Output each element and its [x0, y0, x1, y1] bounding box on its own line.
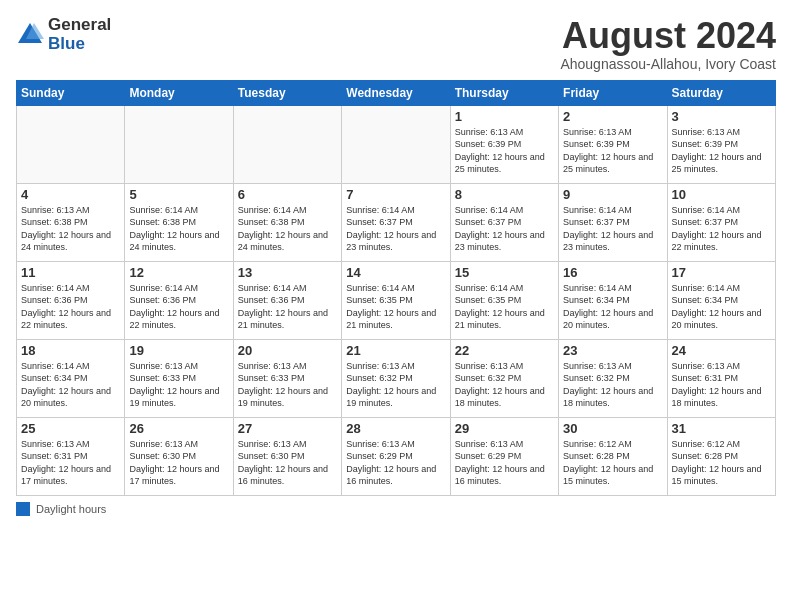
day-cell: 16Sunrise: 6:14 AMSunset: 6:34 PMDayligh…	[559, 261, 667, 339]
day-number: 4	[21, 187, 120, 202]
header-cell-wednesday: Wednesday	[342, 80, 450, 105]
day-cell: 1Sunrise: 6:13 AMSunset: 6:39 PMDaylight…	[450, 105, 558, 183]
day-info: Sunrise: 6:13 AMSunset: 6:30 PMDaylight:…	[129, 438, 228, 488]
day-cell: 3Sunrise: 6:13 AMSunset: 6:39 PMDaylight…	[667, 105, 775, 183]
day-number: 10	[672, 187, 771, 202]
day-cell: 17Sunrise: 6:14 AMSunset: 6:34 PMDayligh…	[667, 261, 775, 339]
day-number: 21	[346, 343, 445, 358]
day-cell: 22Sunrise: 6:13 AMSunset: 6:32 PMDayligh…	[450, 339, 558, 417]
day-info: Sunrise: 6:14 AMSunset: 6:35 PMDaylight:…	[346, 282, 445, 332]
day-number: 3	[672, 109, 771, 124]
location-subtitle: Ahougnassou-Allahou, Ivory Coast	[560, 56, 776, 72]
day-info: Sunrise: 6:13 AMSunset: 6:33 PMDaylight:…	[129, 360, 228, 410]
logo-icon	[16, 21, 44, 49]
day-cell: 18Sunrise: 6:14 AMSunset: 6:34 PMDayligh…	[17, 339, 125, 417]
day-cell: 25Sunrise: 6:13 AMSunset: 6:31 PMDayligh…	[17, 417, 125, 495]
day-cell: 20Sunrise: 6:13 AMSunset: 6:33 PMDayligh…	[233, 339, 341, 417]
month-year-title: August 2024	[560, 16, 776, 56]
header-cell-monday: Monday	[125, 80, 233, 105]
day-info: Sunrise: 6:14 AMSunset: 6:36 PMDaylight:…	[238, 282, 337, 332]
day-cell: 27Sunrise: 6:13 AMSunset: 6:30 PMDayligh…	[233, 417, 341, 495]
day-info: Sunrise: 6:13 AMSunset: 6:32 PMDaylight:…	[563, 360, 662, 410]
day-cell: 6Sunrise: 6:14 AMSunset: 6:38 PMDaylight…	[233, 183, 341, 261]
header-cell-friday: Friday	[559, 80, 667, 105]
day-number: 5	[129, 187, 228, 202]
day-cell: 19Sunrise: 6:13 AMSunset: 6:33 PMDayligh…	[125, 339, 233, 417]
day-number: 19	[129, 343, 228, 358]
day-cell: 30Sunrise: 6:12 AMSunset: 6:28 PMDayligh…	[559, 417, 667, 495]
calendar-table: SundayMondayTuesdayWednesdayThursdayFrid…	[16, 80, 776, 496]
day-cell: 10Sunrise: 6:14 AMSunset: 6:37 PMDayligh…	[667, 183, 775, 261]
day-cell: 23Sunrise: 6:13 AMSunset: 6:32 PMDayligh…	[559, 339, 667, 417]
title-block: August 2024 Ahougnassou-Allahou, Ivory C…	[560, 16, 776, 72]
day-info: Sunrise: 6:13 AMSunset: 6:38 PMDaylight:…	[21, 204, 120, 254]
day-cell: 7Sunrise: 6:14 AMSunset: 6:37 PMDaylight…	[342, 183, 450, 261]
day-info: Sunrise: 6:14 AMSunset: 6:37 PMDaylight:…	[672, 204, 771, 254]
day-number: 14	[346, 265, 445, 280]
day-cell: 26Sunrise: 6:13 AMSunset: 6:30 PMDayligh…	[125, 417, 233, 495]
week-row-2: 4Sunrise: 6:13 AMSunset: 6:38 PMDaylight…	[17, 183, 776, 261]
day-number: 27	[238, 421, 337, 436]
day-info: Sunrise: 6:14 AMSunset: 6:34 PMDaylight:…	[563, 282, 662, 332]
day-number: 12	[129, 265, 228, 280]
legend: Daylight hours	[16, 502, 776, 516]
day-number: 15	[455, 265, 554, 280]
day-number: 11	[21, 265, 120, 280]
legend-color-box	[16, 502, 30, 516]
day-number: 22	[455, 343, 554, 358]
logo-blue: Blue	[48, 35, 111, 54]
day-number: 23	[563, 343, 662, 358]
day-cell: 12Sunrise: 6:14 AMSunset: 6:36 PMDayligh…	[125, 261, 233, 339]
day-cell	[125, 105, 233, 183]
day-number: 7	[346, 187, 445, 202]
day-cell: 24Sunrise: 6:13 AMSunset: 6:31 PMDayligh…	[667, 339, 775, 417]
day-info: Sunrise: 6:14 AMSunset: 6:38 PMDaylight:…	[238, 204, 337, 254]
header-cell-tuesday: Tuesday	[233, 80, 341, 105]
day-info: Sunrise: 6:12 AMSunset: 6:28 PMDaylight:…	[672, 438, 771, 488]
day-cell	[233, 105, 341, 183]
day-info: Sunrise: 6:13 AMSunset: 6:33 PMDaylight:…	[238, 360, 337, 410]
day-cell	[342, 105, 450, 183]
day-info: Sunrise: 6:13 AMSunset: 6:31 PMDaylight:…	[672, 360, 771, 410]
day-info: Sunrise: 6:14 AMSunset: 6:35 PMDaylight:…	[455, 282, 554, 332]
header-cell-sunday: Sunday	[17, 80, 125, 105]
day-cell: 2Sunrise: 6:13 AMSunset: 6:39 PMDaylight…	[559, 105, 667, 183]
day-info: Sunrise: 6:14 AMSunset: 6:36 PMDaylight:…	[129, 282, 228, 332]
logo-text: General Blue	[48, 16, 111, 53]
calendar-header: SundayMondayTuesdayWednesdayThursdayFrid…	[17, 80, 776, 105]
day-number: 30	[563, 421, 662, 436]
day-number: 24	[672, 343, 771, 358]
day-number: 2	[563, 109, 662, 124]
day-info: Sunrise: 6:13 AMSunset: 6:29 PMDaylight:…	[346, 438, 445, 488]
day-number: 25	[21, 421, 120, 436]
day-number: 26	[129, 421, 228, 436]
logo-general: General	[48, 16, 111, 35]
day-number: 28	[346, 421, 445, 436]
day-number: 1	[455, 109, 554, 124]
day-cell: 21Sunrise: 6:13 AMSunset: 6:32 PMDayligh…	[342, 339, 450, 417]
day-info: Sunrise: 6:13 AMSunset: 6:30 PMDaylight:…	[238, 438, 337, 488]
calendar-body: 1Sunrise: 6:13 AMSunset: 6:39 PMDaylight…	[17, 105, 776, 495]
day-info: Sunrise: 6:14 AMSunset: 6:37 PMDaylight:…	[563, 204, 662, 254]
day-cell: 5Sunrise: 6:14 AMSunset: 6:38 PMDaylight…	[125, 183, 233, 261]
day-info: Sunrise: 6:12 AMSunset: 6:28 PMDaylight:…	[563, 438, 662, 488]
day-cell: 28Sunrise: 6:13 AMSunset: 6:29 PMDayligh…	[342, 417, 450, 495]
page-header: General Blue August 2024 Ahougnassou-All…	[16, 16, 776, 72]
day-cell: 29Sunrise: 6:13 AMSunset: 6:29 PMDayligh…	[450, 417, 558, 495]
day-info: Sunrise: 6:13 AMSunset: 6:32 PMDaylight:…	[455, 360, 554, 410]
day-cell: 9Sunrise: 6:14 AMSunset: 6:37 PMDaylight…	[559, 183, 667, 261]
day-number: 13	[238, 265, 337, 280]
day-info: Sunrise: 6:13 AMSunset: 6:32 PMDaylight:…	[346, 360, 445, 410]
day-cell: 13Sunrise: 6:14 AMSunset: 6:36 PMDayligh…	[233, 261, 341, 339]
header-cell-thursday: Thursday	[450, 80, 558, 105]
week-row-1: 1Sunrise: 6:13 AMSunset: 6:39 PMDaylight…	[17, 105, 776, 183]
day-number: 6	[238, 187, 337, 202]
header-row: SundayMondayTuesdayWednesdayThursdayFrid…	[17, 80, 776, 105]
week-row-3: 11Sunrise: 6:14 AMSunset: 6:36 PMDayligh…	[17, 261, 776, 339]
day-cell: 15Sunrise: 6:14 AMSunset: 6:35 PMDayligh…	[450, 261, 558, 339]
day-number: 31	[672, 421, 771, 436]
day-info: Sunrise: 6:13 AMSunset: 6:31 PMDaylight:…	[21, 438, 120, 488]
day-number: 18	[21, 343, 120, 358]
day-cell: 8Sunrise: 6:14 AMSunset: 6:37 PMDaylight…	[450, 183, 558, 261]
day-cell	[17, 105, 125, 183]
